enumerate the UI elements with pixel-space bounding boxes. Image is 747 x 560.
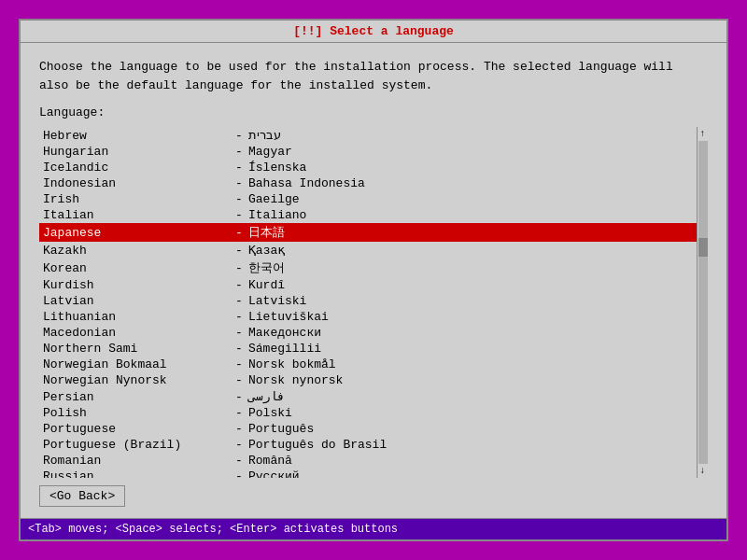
lang-separator: - (230, 226, 248, 240)
lang-native: Македонски (248, 326, 321, 340)
title-bar: [!!] Select a language (21, 21, 726, 43)
lang-native: Română (248, 454, 292, 468)
list-item[interactable]: Northern Sami-Sámegillii (39, 341, 697, 357)
lang-separator: - (230, 342, 248, 356)
lang-separator: - (230, 469, 248, 478)
list-item[interactable]: Romanian-Română (39, 453, 697, 469)
list-item[interactable]: Icelandic-Íslenska (39, 160, 697, 175)
list-item[interactable]: Russian-Русский (39, 469, 697, 478)
list-item[interactable]: Korean-한국어 (39, 259, 697, 277)
lang-name: Kazakh (43, 244, 230, 258)
lang-separator: - (230, 310, 248, 324)
list-item[interactable]: Lithuanian-Lietuviškai (39, 309, 697, 325)
lang-separator: - (230, 192, 248, 206)
lang-name: Persian (43, 390, 230, 404)
language-list: Hebrew-עבריתHungarian-MagyarIcelandic-Ís… (39, 127, 697, 478)
lang-separator: - (230, 422, 248, 436)
lang-separator: - (230, 390, 248, 404)
lang-native: فارسی (248, 389, 285, 404)
lang-native: Italiano (248, 208, 306, 222)
lang-native: Magyar (248, 145, 292, 159)
lang-native: Latviski (248, 294, 306, 308)
lang-native: Русский (248, 469, 300, 478)
list-container: Hebrew-עבריתHungarian-MagyarIcelandic-Ís… (39, 127, 708, 478)
scroll-down-arrow[interactable]: ↓ (699, 466, 705, 476)
lang-name: Portuguese (Brazil) (43, 438, 230, 452)
content-area: Choose the language to be used for the i… (21, 43, 726, 518)
list-item[interactable]: Irish-Gaeilge (39, 191, 697, 207)
lang-name: Polish (43, 406, 230, 420)
list-item[interactable]: Latvian-Latviski (39, 293, 697, 309)
list-item[interactable]: Norwegian Nynorsk-Norsk nynorsk (39, 372, 697, 388)
lang-native: עברית (248, 128, 281, 143)
list-item[interactable]: Portuguese-Português (39, 421, 697, 437)
lang-separator: - (230, 129, 248, 143)
lang-separator: - (230, 208, 248, 222)
list-item[interactable]: Macedonian-Македонски (39, 325, 697, 341)
lang-name: Russian (43, 469, 230, 478)
main-window: [!!] Select a language Choose the langua… (19, 19, 728, 541)
lang-name: Portuguese (43, 422, 230, 436)
list-item[interactable]: Persian-فارسی (39, 388, 697, 405)
lang-separator: - (230, 326, 248, 340)
lang-native: Português (248, 422, 314, 436)
list-item[interactable]: Italian-Italiano (39, 207, 697, 223)
scrollbar[interactable]: ↑ ↓ (697, 127, 708, 478)
list-item[interactable]: Indonesian-Bahasa Indonesia (39, 175, 697, 191)
list-item[interactable]: Norwegian Bokmaal-Norsk bokmål (39, 357, 697, 372)
scroll-up-arrow[interactable]: ↑ (699, 129, 705, 139)
lang-separator: - (230, 278, 248, 292)
lang-native: Қазақ (248, 243, 285, 258)
lang-separator: - (230, 373, 248, 387)
list-item[interactable]: Polish-Polski (39, 405, 697, 421)
buttons-row: <Go Back> (39, 478, 708, 511)
lang-native: Lietuviškai (248, 310, 329, 324)
lang-separator: - (230, 357, 248, 371)
scroll-track (698, 141, 708, 464)
lang-separator: - (230, 176, 248, 190)
scroll-thumb (698, 238, 708, 257)
lang-name: Italian (43, 208, 230, 222)
lang-name: Irish (43, 192, 230, 206)
go-back-button[interactable]: <Go Back> (39, 485, 125, 507)
lang-separator: - (230, 294, 248, 308)
list-item[interactable]: Hebrew-עברית (39, 127, 697, 144)
lang-native: Sámegillii (248, 342, 321, 356)
window-title: [!!] Select a language (293, 24, 454, 38)
lang-separator: - (230, 244, 248, 258)
list-item[interactable]: Japanese-日本語 (39, 223, 697, 242)
lang-name: Hebrew (43, 129, 230, 143)
lang-name: Icelandic (43, 161, 230, 175)
lang-native: Polski (248, 406, 292, 420)
lang-native: Português do Brasil (248, 438, 387, 452)
lang-name: Norwegian Nynorsk (43, 373, 230, 387)
lang-name: Northern Sami (43, 342, 230, 356)
lang-name: Macedonian (43, 326, 230, 340)
lang-name: Hungarian (43, 145, 230, 159)
list-item[interactable]: Kazakh-Қазақ (39, 242, 697, 259)
lang-name: Romanian (43, 454, 230, 468)
lang-separator: - (230, 406, 248, 420)
list-item[interactable]: Hungarian-Magyar (39, 144, 697, 160)
lang-native: Kurdî (248, 278, 285, 292)
lang-native: 한국어 (248, 259, 285, 276)
language-label: Language: (39, 105, 708, 119)
status-bar: <Tab> moves; <Space> selects; <Enter> ac… (21, 518, 726, 539)
lang-name: Lithuanian (43, 310, 230, 324)
lang-separator: - (230, 161, 248, 175)
lang-name: Korean (43, 261, 230, 275)
lang-separator: - (230, 454, 248, 468)
list-item[interactable]: Kurdish-Kurdî (39, 277, 697, 293)
lang-native: Gaeilge (248, 192, 300, 206)
list-item[interactable]: Portuguese (Brazil)-Português do Brasil (39, 437, 697, 453)
lang-separator: - (230, 145, 248, 159)
lang-native: Íslenska (248, 161, 306, 175)
lang-native: Norsk bokmål (248, 357, 336, 371)
lang-native: Norsk nynorsk (248, 373, 343, 387)
lang-name: Latvian (43, 294, 230, 308)
lang-separator: - (230, 261, 248, 275)
lang-native: 日本語 (248, 224, 285, 241)
lang-name: Kurdish (43, 278, 230, 292)
lang-native: Bahasa Indonesia (248, 176, 365, 190)
lang-name: Norwegian Bokmaal (43, 357, 230, 371)
